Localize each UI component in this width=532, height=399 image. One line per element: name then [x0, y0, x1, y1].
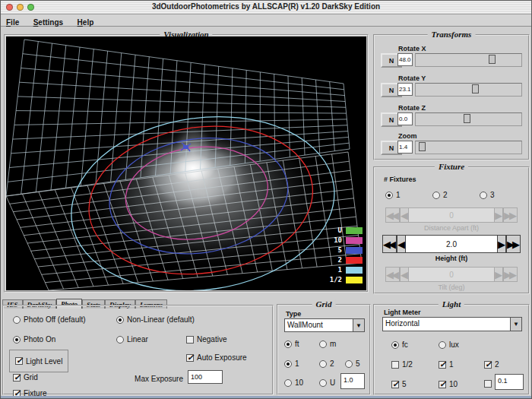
level-half-checkbox[interactable]: 1/2	[391, 360, 413, 369]
rotate-z-value[interactable]: 0.0	[397, 112, 413, 125]
non-linear-radio[interactable]: Non-Linear (default)	[116, 315, 195, 324]
linear-radio[interactable]: Linear	[116, 335, 148, 344]
tilt-label: Tilt (deg)	[375, 283, 528, 291]
light-unit-fc-radio[interactable]: fc	[391, 340, 408, 349]
level-2-checkbox[interactable]: 2	[484, 360, 499, 369]
slider-thumb[interactable]	[472, 84, 479, 93]
legend: U 10 5 2 1 1/2	[330, 224, 363, 286]
light-meter-dropdown[interactable]: Horizontal ▼	[382, 317, 522, 331]
chevron-down-icon[interactable]: ▼	[510, 318, 521, 331]
menu-settings[interactable]: Settings	[28, 17, 68, 27]
fixture-panel-title: Fixture	[435, 162, 468, 171]
radio-icon	[319, 340, 327, 348]
max-exposure-label: Max Exposure	[110, 375, 183, 383]
fast-increment-button: ▶▶	[503, 267, 518, 282]
decrement-button[interactable]: ◀	[397, 235, 406, 253]
level-5-checkbox[interactable]: 5	[391, 380, 407, 388]
rotate-y-slider[interactable]	[415, 83, 522, 97]
legend-swatch	[346, 257, 363, 264]
grid-spacing-10-radio[interactable]: 10	[284, 378, 303, 387]
photometric-scene	[6, 36, 366, 290]
legend-swatch	[346, 237, 363, 244]
fixtures-count-1-radio[interactable]: 1	[385, 191, 401, 199]
photo-on-radio[interactable]: Photo On	[13, 335, 55, 344]
zoom-slider[interactable]	[415, 141, 522, 154]
radio-icon	[345, 360, 353, 368]
checkbox-icon	[15, 357, 23, 365]
visualization-panel: Visualization	[4, 34, 369, 293]
fast-increment-button[interactable]: ▶▶	[506, 235, 521, 253]
light-level-checkbox[interactable]: Light Level	[15, 357, 62, 366]
level-1-checkbox[interactable]: 1	[439, 360, 454, 369]
legend-item: 10	[330, 236, 363, 244]
chevron-down-icon[interactable]: ▼	[353, 319, 364, 331]
rotate-x-slider[interactable]	[415, 53, 522, 67]
rotate-x-value[interactable]: 48.0	[397, 53, 413, 66]
fast-decrement-button: ◀◀	[385, 267, 400, 282]
photometric-3d-viewport[interactable]: U 10 5 2 1 1/2	[6, 36, 366, 290]
fixtures-count-label: # Fixtures	[384, 176, 416, 183]
zoom-value[interactable]: 1.4	[397, 141, 413, 154]
max-exposure-field[interactable]: 100	[188, 370, 223, 384]
rotate-z-slider[interactable]	[415, 112, 522, 126]
radio-icon	[13, 336, 21, 344]
rotate-y-value[interactable]: 23.1	[397, 83, 413, 96]
increment-button: ▶	[494, 207, 503, 223]
decrement-button: ◀	[400, 207, 409, 223]
fast-decrement-button: ◀◀	[385, 207, 400, 223]
negative-checkbox[interactable]: Negative	[186, 335, 226, 344]
light-custom-level-field[interactable]: 0.1	[495, 374, 524, 390]
distance-apart-value: 0	[409, 207, 494, 223]
legend-item: 1	[330, 266, 363, 274]
fast-decrement-button[interactable]: ◀◀	[382, 235, 397, 253]
grid-type-label: Type	[286, 310, 301, 318]
radio-icon	[116, 316, 124, 324]
radio-icon	[116, 336, 124, 344]
grid-custom-spacing-field[interactable]: 1.0	[340, 373, 365, 389]
radio-icon	[284, 340, 292, 348]
grid-spacing-1-radio[interactable]: 1	[284, 359, 299, 368]
window-bottom-edge	[1, 396, 531, 398]
light-meter-label: Light Meter	[384, 309, 421, 316]
grid-panel-title: Grid	[312, 299, 336, 309]
grid-unit-ft-radio[interactable]: ft	[284, 340, 299, 348]
window-title: 3dOutdoorPhotometrics by ALLSCAP(R) v1.2…	[1, 2, 531, 11]
slider-thumb[interactable]	[464, 114, 470, 123]
grid-type-dropdown[interactable]: WallMount ▼	[284, 318, 365, 332]
rotate-z-label: Rotate Z	[398, 104, 426, 112]
grid-spacing-u-radio[interactable]: U	[319, 378, 335, 387]
fixtures-count-3-radio[interactable]: 3	[480, 191, 495, 199]
checkbox-icon	[391, 361, 399, 369]
menu-help[interactable]: Help	[72, 17, 100, 27]
light-level-focus-box: Light Level	[9, 350, 68, 372]
legend-item: 2	[330, 256, 363, 264]
radio-icon	[385, 192, 393, 199]
grid-spacing-2-radio[interactable]: 2	[319, 359, 334, 368]
radio-icon	[432, 192, 440, 199]
radio-icon	[439, 341, 446, 349]
slider-thumb[interactable]	[419, 142, 426, 151]
auto-exposure-checkbox[interactable]: Auto Exposure	[186, 353, 247, 362]
fixtures-count-2-radio[interactable]: 2	[432, 191, 448, 199]
level-10-checkbox[interactable]: 10	[439, 380, 458, 388]
photo-off-radio[interactable]: Photo Off (default)	[13, 315, 86, 324]
rotate-x-row: N Rotate X 48.0	[381, 46, 522, 72]
increment-button[interactable]: ▶	[497, 235, 506, 253]
app-window: 3dOutdoorPhotometrics by ALLSCAP(R) v1.2…	[0, 0, 532, 399]
bottom-tab-strip: IESDarkSkyPhotoStatsDisplayLumens	[2, 295, 167, 305]
distance-apart-label: Distance Apart (ft)	[375, 224, 528, 232]
level-custom-checkbox[interactable]	[484, 380, 495, 388]
radio-icon	[480, 192, 487, 199]
menu-file[interactable]: File	[1, 17, 24, 27]
menu-bar: File Settings Help	[1, 14, 531, 27]
grid-checkbox[interactable]: Grid	[13, 373, 38, 382]
slider-thumb[interactable]	[489, 55, 496, 64]
light-unit-lux-radio[interactable]: lux	[439, 340, 459, 349]
checkbox-icon	[484, 361, 492, 369]
grid-unit-m-radio[interactable]: m	[319, 340, 336, 348]
distance-apart-spinner: ◀◀ ◀ 0 ▶ ▶▶	[385, 207, 518, 223]
increment-button: ▶	[494, 267, 503, 282]
legend-swatch	[346, 227, 363, 234]
height-value[interactable]: 2.0	[406, 235, 497, 253]
grid-spacing-5-radio[interactable]: 5	[345, 359, 360, 368]
